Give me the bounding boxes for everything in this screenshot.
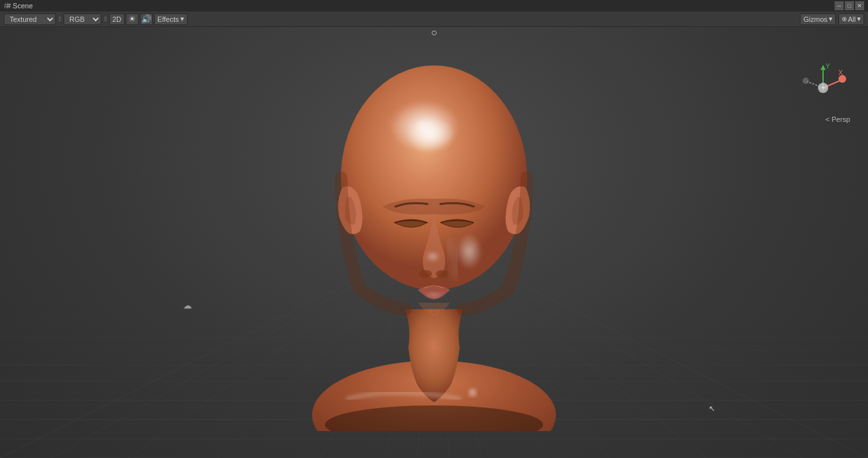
all-button[interactable]: ⊕ All ▾	[838, 13, 864, 25]
gizmos-chevron-icon: ▾	[829, 15, 833, 23]
title-bar-controls[interactable]: ─ □ ✕	[835, 1, 864, 10]
svg-marker-48	[820, 65, 826, 70]
minimize-button[interactable]: ─	[835, 1, 844, 10]
svg-point-42	[440, 310, 441, 312]
svg-point-34	[422, 292, 446, 298]
title-bar: # # Scene ─ □ ✕	[0, 0, 868, 12]
svg-point-39	[422, 309, 423, 310]
svg-point-36	[456, 233, 482, 269]
sun-button[interactable]: ☀	[126, 13, 139, 25]
title-bar-left: # # Scene	[4, 1, 33, 10]
audio-icon: 🔊	[141, 14, 152, 24]
audio-button[interactable]: 🔊	[140, 13, 153, 25]
head-model	[299, 59, 569, 431]
shading-mode-select[interactable]: Textured Solid Wireframe	[4, 13, 56, 25]
dimension-button[interactable]: 2D	[109, 13, 125, 25]
toolbar: Textured Solid Wireframe ⇕ RGB Alpha ⇕ 2…	[0, 12, 868, 27]
svg-point-31	[425, 251, 440, 262]
svg-point-41	[433, 312, 435, 313]
toolbar-right: Gizmos ▾ ⊕ All ▾	[800, 13, 864, 25]
light-indicator: ○	[431, 27, 437, 38]
gizmos-button[interactable]: Gizmos ▾	[800, 13, 835, 25]
cloud-icon: ☁	[183, 300, 192, 310]
viewport[interactable]: ○ ☁ Y X < Persp	[0, 27, 868, 458]
effects-button[interactable]: Effects ▾	[154, 13, 187, 25]
effects-chevron-icon: ▾	[180, 15, 184, 23]
svg-point-46	[443, 301, 444, 302]
title-text: # Scene	[7, 2, 33, 10]
svg-point-43	[445, 309, 446, 310]
gizmo[interactable]: Y X	[797, 62, 849, 114]
svg-text:Y: Y	[826, 63, 830, 70]
svg-point-35	[406, 117, 455, 153]
shading-arrows: ⇕	[57, 15, 62, 22]
persp-label: < Persp	[826, 115, 850, 123]
color-space-select[interactable]: RGB Alpha	[64, 13, 101, 25]
all-chevron-icon: ▾	[857, 15, 861, 23]
color-arrows: ⇕	[103, 15, 108, 22]
cursor-indicator: ↖	[709, 404, 715, 413]
svg-text:X: X	[838, 69, 843, 76]
close-button[interactable]: ✕	[855, 1, 864, 10]
svg-point-45	[419, 301, 421, 302]
maximize-button[interactable]: □	[845, 1, 854, 10]
target-icon: ⊕	[842, 15, 847, 22]
svg-point-44	[449, 305, 451, 307]
svg-point-40	[427, 310, 428, 312]
svg-point-38	[417, 305, 419, 307]
svg-point-37	[469, 389, 476, 396]
sun-icon: ☀	[128, 14, 136, 24]
svg-point-54	[803, 78, 809, 84]
